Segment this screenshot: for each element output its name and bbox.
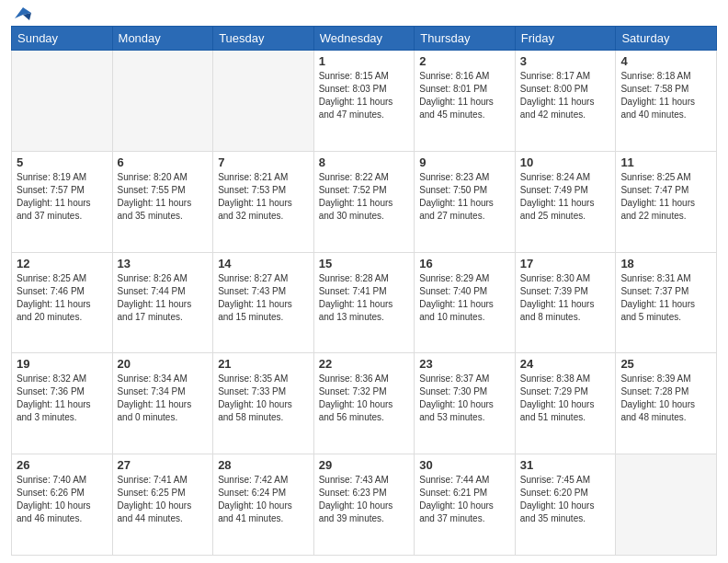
calendar-cell — [112, 51, 213, 152]
calendar-cell: 25Sunrise: 8:39 AM Sunset: 7:28 PM Dayli… — [616, 353, 717, 454]
weekday-header-tuesday: Tuesday — [213, 27, 314, 51]
weekday-header-monday: Monday — [112, 27, 213, 51]
calendar-cell: 30Sunrise: 7:44 AM Sunset: 6:21 PM Dayli… — [415, 454, 516, 556]
day-number: 21 — [218, 357, 309, 371]
week-row-1: 1Sunrise: 8:15 AM Sunset: 8:03 PM Daylig… — [12, 51, 717, 152]
day-info: Sunrise: 8:24 AM Sunset: 7:49 PM Dayligh… — [520, 171, 611, 223]
day-info: Sunrise: 8:39 AM Sunset: 7:28 PM Dayligh… — [620, 373, 711, 424]
day-number: 11 — [620, 155, 711, 169]
calendar-cell: 3Sunrise: 8:17 AM Sunset: 8:00 PM Daylig… — [515, 51, 616, 152]
calendar-cell — [213, 51, 314, 152]
header — [11, 9, 717, 18]
day-number: 18 — [620, 257, 711, 270]
day-number: 19 — [17, 357, 108, 371]
day-info: Sunrise: 8:25 AM Sunset: 7:47 PM Dayligh… — [620, 171, 711, 223]
calendar-cell: 29Sunrise: 7:43 AM Sunset: 6:23 PM Dayli… — [313, 454, 415, 556]
day-number: 25 — [620, 357, 711, 371]
calendar-cell: 6Sunrise: 8:20 AM Sunset: 7:55 PM Daylig… — [112, 151, 213, 252]
calendar-cell: 9Sunrise: 8:23 AM Sunset: 7:50 PM Daylig… — [415, 151, 516, 252]
week-row-2: 5Sunrise: 8:19 AM Sunset: 7:57 PM Daylig… — [12, 151, 717, 252]
calendar-cell: 22Sunrise: 8:36 AM Sunset: 7:32 PM Dayli… — [313, 353, 415, 454]
calendar-cell: 8Sunrise: 8:22 AM Sunset: 7:52 PM Daylig… — [313, 151, 415, 252]
calendar-cell: 18Sunrise: 8:31 AM Sunset: 7:37 PM Dayli… — [616, 252, 717, 353]
day-number: 22 — [319, 357, 410, 371]
logo — [11, 9, 33, 18]
calendar-cell: 14Sunrise: 8:27 AM Sunset: 7:43 PM Dayli… — [213, 252, 314, 353]
day-info: Sunrise: 8:16 AM Sunset: 8:01 PM Dayligh… — [419, 70, 510, 121]
day-number: 20 — [118, 357, 209, 371]
day-info: Sunrise: 7:41 AM Sunset: 6:25 PM Dayligh… — [118, 474, 209, 525]
logo-bird-icon — [13, 6, 33, 22]
day-number: 8 — [319, 155, 410, 169]
calendar-cell: 10Sunrise: 8:24 AM Sunset: 7:49 PM Dayli… — [515, 151, 616, 252]
day-info: Sunrise: 8:38 AM Sunset: 7:29 PM Dayligh… — [520, 373, 611, 424]
day-number: 15 — [319, 257, 410, 270]
day-number: 17 — [520, 257, 611, 270]
day-info: Sunrise: 8:21 AM Sunset: 7:53 PM Dayligh… — [218, 171, 309, 223]
day-number: 9 — [419, 155, 510, 169]
day-info: Sunrise: 7:44 AM Sunset: 6:21 PM Dayligh… — [419, 474, 510, 525]
day-number: 4 — [620, 54, 711, 68]
calendar-cell: 23Sunrise: 8:37 AM Sunset: 7:30 PM Dayli… — [415, 353, 516, 454]
day-info: Sunrise: 8:28 AM Sunset: 7:41 PM Dayligh… — [319, 272, 410, 324]
day-info: Sunrise: 8:15 AM Sunset: 8:03 PM Dayligh… — [319, 70, 410, 121]
day-number: 12 — [17, 257, 108, 270]
day-info: Sunrise: 8:22 AM Sunset: 7:52 PM Dayligh… — [319, 171, 410, 223]
calendar-cell: 16Sunrise: 8:29 AM Sunset: 7:40 PM Dayli… — [415, 252, 516, 353]
day-info: Sunrise: 7:40 AM Sunset: 6:26 PM Dayligh… — [17, 474, 108, 525]
calendar-cell: 4Sunrise: 8:18 AM Sunset: 7:58 PM Daylig… — [616, 51, 717, 152]
calendar-cell: 28Sunrise: 7:42 AM Sunset: 6:24 PM Dayli… — [213, 454, 314, 556]
day-number: 24 — [520, 357, 611, 371]
calendar-cell: 31Sunrise: 7:45 AM Sunset: 6:20 PM Dayli… — [515, 454, 616, 556]
day-info: Sunrise: 7:43 AM Sunset: 6:23 PM Dayligh… — [319, 474, 410, 525]
day-info: Sunrise: 8:37 AM Sunset: 7:30 PM Dayligh… — [419, 373, 510, 424]
day-info: Sunrise: 8:30 AM Sunset: 7:39 PM Dayligh… — [520, 272, 611, 324]
day-info: Sunrise: 8:26 AM Sunset: 7:44 PM Dayligh… — [118, 272, 209, 324]
week-row-3: 12Sunrise: 8:25 AM Sunset: 7:46 PM Dayli… — [12, 252, 717, 353]
day-number: 31 — [520, 458, 611, 472]
calendar-cell: 2Sunrise: 8:16 AM Sunset: 8:01 PM Daylig… — [415, 51, 516, 152]
day-number: 26 — [17, 458, 108, 472]
calendar-cell: 27Sunrise: 7:41 AM Sunset: 6:25 PM Dayli… — [112, 454, 213, 556]
day-number: 1 — [319, 54, 410, 68]
calendar-cell: 24Sunrise: 8:38 AM Sunset: 7:29 PM Dayli… — [515, 353, 616, 454]
day-info: Sunrise: 8:36 AM Sunset: 7:32 PM Dayligh… — [319, 373, 410, 424]
calendar-cell: 11Sunrise: 8:25 AM Sunset: 7:47 PM Dayli… — [616, 151, 717, 252]
page-container: SundayMondayTuesdayWednesdayThursdayFrid… — [0, 0, 728, 563]
calendar-cell: 21Sunrise: 8:35 AM Sunset: 7:33 PM Dayli… — [213, 353, 314, 454]
week-row-4: 19Sunrise: 8:32 AM Sunset: 7:36 PM Dayli… — [12, 353, 717, 454]
calendar-cell: 13Sunrise: 8:26 AM Sunset: 7:44 PM Dayli… — [112, 252, 213, 353]
day-info: Sunrise: 8:31 AM Sunset: 7:37 PM Dayligh… — [620, 272, 711, 324]
day-info: Sunrise: 8:27 AM Sunset: 7:43 PM Dayligh… — [218, 272, 309, 324]
day-number: 10 — [520, 155, 611, 169]
calendar-cell: 26Sunrise: 7:40 AM Sunset: 6:26 PM Dayli… — [12, 454, 113, 556]
day-number: 28 — [218, 458, 309, 472]
calendar-cell: 19Sunrise: 8:32 AM Sunset: 7:36 PM Dayli… — [12, 353, 113, 454]
weekday-header-friday: Friday — [515, 27, 616, 51]
weekday-header-thursday: Thursday — [415, 27, 516, 51]
day-info: Sunrise: 8:29 AM Sunset: 7:40 PM Dayligh… — [419, 272, 510, 324]
day-info: Sunrise: 8:18 AM Sunset: 7:58 PM Dayligh… — [620, 70, 711, 121]
day-number: 16 — [419, 257, 510, 270]
weekday-header-wednesday: Wednesday — [313, 27, 415, 51]
calendar-cell: 1Sunrise: 8:15 AM Sunset: 8:03 PM Daylig… — [313, 51, 415, 152]
day-number: 13 — [118, 257, 209, 270]
calendar-cell: 5Sunrise: 8:19 AM Sunset: 7:57 PM Daylig… — [12, 151, 113, 252]
day-info: Sunrise: 8:35 AM Sunset: 7:33 PM Dayligh… — [218, 373, 309, 424]
calendar-cell — [12, 51, 113, 152]
weekday-header-row: SundayMondayTuesdayWednesdayThursdayFrid… — [12, 27, 717, 51]
day-number: 6 — [118, 155, 209, 169]
day-number: 30 — [419, 458, 510, 472]
day-number: 2 — [419, 54, 510, 68]
day-info: Sunrise: 8:23 AM Sunset: 7:50 PM Dayligh… — [419, 171, 510, 223]
day-number: 29 — [319, 458, 410, 472]
day-info: Sunrise: 7:45 AM Sunset: 6:20 PM Dayligh… — [520, 474, 611, 525]
day-info: Sunrise: 8:20 AM Sunset: 7:55 PM Dayligh… — [118, 171, 209, 223]
calendar-cell: 15Sunrise: 8:28 AM Sunset: 7:41 PM Dayli… — [313, 252, 415, 353]
day-info: Sunrise: 8:19 AM Sunset: 7:57 PM Dayligh… — [17, 171, 108, 223]
calendar-cell: 7Sunrise: 8:21 AM Sunset: 7:53 PM Daylig… — [213, 151, 314, 252]
calendar-cell: 12Sunrise: 8:25 AM Sunset: 7:46 PM Dayli… — [12, 252, 113, 353]
calendar-cell — [616, 454, 717, 556]
day-info: Sunrise: 8:34 AM Sunset: 7:34 PM Dayligh… — [118, 373, 209, 424]
calendar-table: SundayMondayTuesdayWednesdayThursdayFrid… — [11, 26, 717, 556]
